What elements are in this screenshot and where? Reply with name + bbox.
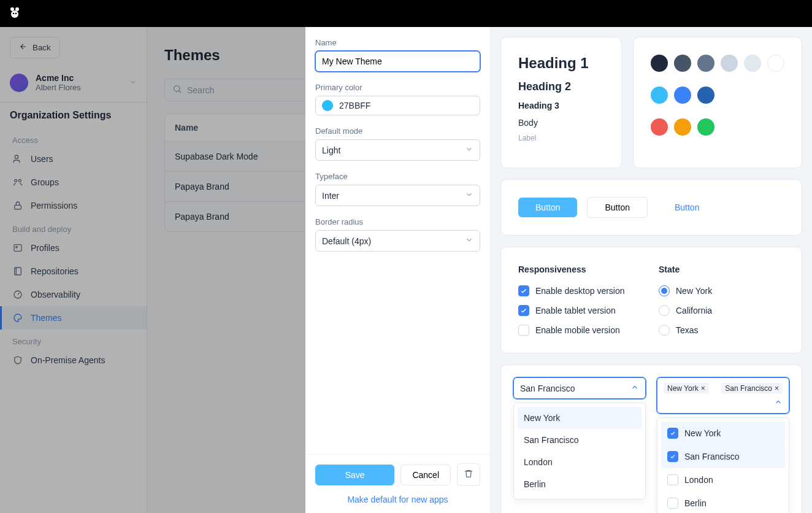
checkbox-label: Enable desktop version [535,286,625,296]
dropdown-option[interactable]: San Francisco [518,429,642,451]
checkbox-icon [667,498,678,509]
select-value: Inter [322,191,339,201]
typeface-label: Typeface [315,172,480,181]
label-sample: Label [518,134,604,142]
checkbox-label: Enable mobile version [535,325,620,335]
checkbox-icon [518,285,529,296]
radius-label: Border radius [315,217,480,226]
svg-point-1 [15,7,19,11]
checkbox-mobile[interactable]: Enable mobile version [518,325,644,336]
svg-point-2 [11,10,18,18]
typeface-select[interactable]: Inter [315,185,480,206]
radio-label: Texas [676,325,699,335]
chevron-down-icon [465,236,473,246]
preview-column: Heading 1 Heading 2 Heading 3 Body Label… [491,27,812,513]
typography-preview: Heading 1 Heading 2 Heading 3 Body Label [500,37,622,168]
dropdown-option[interactable]: New York [518,407,642,429]
dropdown-option[interactable]: London [661,468,785,492]
dropdown-option[interactable]: Berlin [518,473,642,495]
radio-label: California [676,306,712,315]
single-select-menu: New York San Francisco London Berlin [513,403,646,500]
chip-san-francisco[interactable]: San Francisco × [721,383,783,394]
theme-form-panel: Name Primary color 27BBFF Default mode L… [305,27,491,513]
checkbox-desktop[interactable]: Enable desktop version [518,285,644,296]
svg-point-4 [15,12,17,14]
heading-1-sample: Heading 1 [518,55,604,72]
modal-overlay: Name Primary color 27BBFF Default mode L… [0,27,812,513]
color-swatch [651,118,668,136]
preview-button-ghost[interactable]: Button [657,198,716,217]
chevron-down-icon [465,190,473,201]
dropdowns-preview: San Francisco New York San Francisco Lon… [500,364,802,513]
color-swatch-icon [322,100,333,111]
checkbox-icon [518,325,529,336]
checkbox-icon [667,474,678,485]
color-swatch [651,87,668,104]
cancel-button[interactable]: Cancel [400,465,451,485]
checkbox-icon [667,428,678,439]
radio-new-york[interactable]: New York [659,285,784,296]
svg-point-3 [13,12,15,14]
color-swatch [674,118,691,136]
dropdown-option[interactable]: London [518,451,642,473]
color-value: 27BBFF [339,101,370,110]
single-select[interactable]: San Francisco [513,377,646,399]
radio-icon [659,285,670,296]
chevron-up-icon [774,398,783,408]
delete-button[interactable] [457,463,480,486]
color-swatch [697,55,714,72]
color-swatch [674,87,691,104]
multi-select[interactable]: New York × San Francisco × [657,377,789,414]
color-swatch [721,55,738,72]
close-icon: × [701,384,705,393]
palette-preview [633,37,802,168]
make-default-link[interactable]: Make default for new apps [315,495,480,504]
mode-select[interactable]: Light [315,139,480,161]
color-swatch [697,118,714,136]
name-label: Name [315,38,480,47]
primary-color-input[interactable]: 27BBFF [315,96,480,115]
checkbox-icon [518,305,529,316]
buttons-preview: Button Button Button [500,179,802,236]
select-value: Default (4px) [322,236,371,246]
radio-texas[interactable]: Texas [659,325,784,336]
checkbox-label: Enable tablet version [535,306,616,315]
select-value: Light [322,145,340,155]
radius-select[interactable]: Default (4px) [315,230,480,252]
multi-select-menu: New York San Francisco London Berli [657,417,789,513]
color-swatch [697,87,714,104]
preview-button-filled[interactable]: Button [518,198,577,217]
color-swatch [744,55,761,72]
close-icon: × [775,384,779,393]
chevron-down-icon [465,145,473,155]
name-input[interactable] [315,51,480,72]
radio-california[interactable]: California [659,305,784,316]
color-swatch [651,55,668,72]
dropdown-option[interactable]: New York [661,422,785,445]
heading-3-sample: Heading 3 [518,101,604,110]
mode-label: Default mode [315,126,480,136]
body-sample: Body [518,118,604,128]
dropdown-option[interactable]: San Francisco [661,445,785,468]
checkbox-icon [667,451,678,462]
dropdown-option[interactable]: Berlin [661,492,785,513]
save-button[interactable]: Save [315,465,394,485]
logo-icon [7,6,22,22]
color-swatch [674,55,691,72]
radio-icon [659,325,670,336]
select-value: San Francisco [520,384,575,393]
chip-new-york[interactable]: New York × [664,383,709,394]
top-bar [0,0,812,27]
responsiveness-title: Responsiveness [518,264,644,274]
heading-2-sample: Heading 2 [518,80,604,93]
radio-icon [659,305,670,316]
svg-point-0 [10,7,14,11]
radio-label: New York [676,286,712,296]
trash-icon [464,469,473,480]
color-swatch [767,55,784,72]
options-preview: Responsiveness Enable desktop version En… [500,247,802,353]
preview-button-outline[interactable]: Button [587,197,647,218]
checkbox-tablet[interactable]: Enable tablet version [518,305,644,316]
chevron-up-icon [630,383,639,393]
primary-color-label: Primary color [315,83,480,92]
